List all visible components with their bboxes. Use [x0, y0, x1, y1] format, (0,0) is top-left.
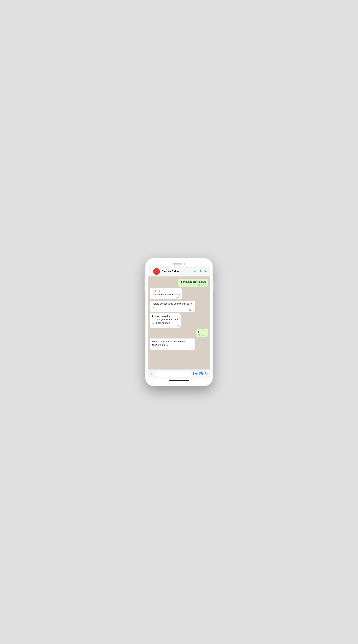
message-received-3: 1. Make an order 2. Track your order sta… [150, 313, 180, 328]
message-time: 12:01 [175, 325, 179, 327]
verified-icon: ✔ [194, 270, 196, 273]
video-call-icon[interactable] [198, 270, 202, 273]
message-meta: 12:01 [152, 309, 194, 311]
camera-icon[interactable] [199, 372, 203, 376]
message-ticks: ✓✓ [203, 284, 206, 286]
message-received-2: Please choose what you would like to do:… [150, 301, 195, 312]
message-time: 12:01 [189, 309, 194, 311]
message-text: 1. Make an order 2. Track your order sta… [152, 314, 179, 324]
message-time: 12:02 [189, 347, 194, 349]
message-sent-1: Hi, I want to order a cake 12:01 ✓✓ [178, 279, 208, 287]
phone-camera [184, 263, 186, 265]
message-time: 12:01 [176, 296, 180, 298]
phone-call-icon[interactable] [204, 269, 208, 273]
phone-top-bar [148, 261, 210, 266]
message-meta: 12:01 [152, 325, 179, 327]
home-indicator-area [148, 378, 210, 383]
volume-down-button [144, 285, 146, 291]
svg-point-3 [200, 373, 202, 374]
back-button[interactable]: ‹ [150, 270, 152, 273]
message-sent-2: 0 12:02 ✓✓ [196, 329, 208, 337]
chat-header: ‹ SC Sandra Cakes ✔ [148, 266, 210, 276]
message-meta: 12:01 [152, 296, 180, 298]
phone-screen: ‹ SC Sandra Cakes ✔ [148, 261, 210, 383]
microphone-icon[interactable] [205, 372, 208, 376]
header-icons [198, 269, 208, 273]
message-meta: 12:02 [152, 347, 194, 349]
message-text: Sorry, I didn't catch that. Please answe… [152, 340, 194, 346]
contact-avatar: SC [153, 268, 160, 275]
message-time: 12:01 [198, 284, 202, 286]
input-action-icons [194, 372, 208, 376]
message-time: 12:02 [198, 334, 202, 336]
power-button [212, 281, 214, 291]
message-text: Hello 👋 Welcome to Sandra Cakes [152, 290, 180, 296]
message-ticks: ✓✓ [203, 334, 206, 336]
phone-frame: ‹ SC Sandra Cakes ✔ [146, 258, 212, 386]
message-input-bar: + [148, 370, 210, 378]
message-received-1: Hello 👋 Welcome to Sandra Cakes 12:01 [150, 288, 182, 300]
phone-speaker [172, 264, 182, 264]
message-text: 0 [198, 330, 206, 334]
sticker-icon[interactable] [194, 372, 197, 376]
add-attachment-button[interactable]: + [150, 372, 153, 376]
message-received-4: Sorry, I didn't catch that. Please answe… [150, 338, 195, 350]
message-input[interactable] [155, 371, 192, 377]
home-bar [170, 380, 188, 381]
message-meta: 12:01 ✓✓ [180, 284, 206, 286]
message-text: Hi, I want to order a cake [180, 280, 206, 284]
svg-rect-0 [198, 270, 200, 272]
chat-area: Hi, I want to order a cake 12:01 ✓✓ Hell… [148, 276, 210, 370]
message-meta: 12:02 ✓✓ [198, 334, 206, 336]
contact-name: Sandra Cakes [162, 270, 192, 273]
message-text: Please choose what you would like to do: [152, 302, 194, 309]
volume-up-button [144, 277, 146, 283]
svg-rect-4 [206, 372, 207, 374]
